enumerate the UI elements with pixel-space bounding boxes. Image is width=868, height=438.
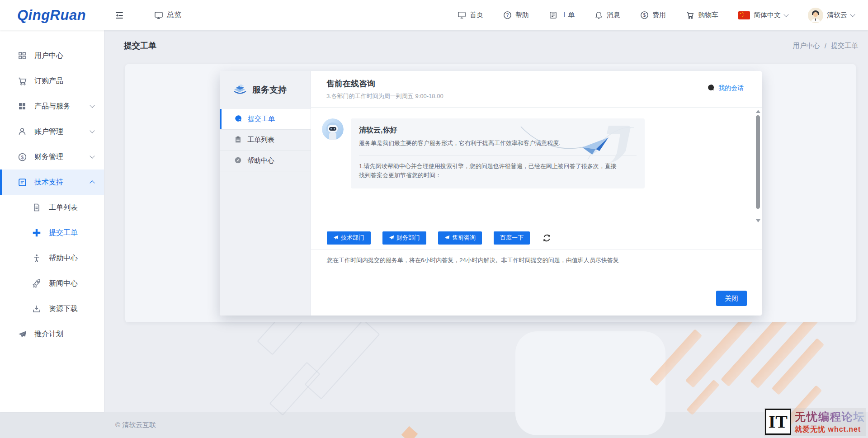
nav-messages[interactable]: 消息 xyxy=(594,11,620,19)
scroll-down-arrow-icon[interactable] xyxy=(756,219,760,222)
sla-note: 您在工作时间内提交的服务单，将在6小时内答复，24小时内解决。非工作时间提交的问… xyxy=(311,250,762,264)
paper-plane-icon xyxy=(17,329,27,339)
sidebar-item-referral-plan[interactable]: 推介计划 xyxy=(0,321,104,347)
scrollbar-thumb[interactable] xyxy=(756,115,760,209)
monitor-icon xyxy=(154,11,163,20)
dollar-circle-icon: $ xyxy=(17,152,27,162)
dialog-tab-submit-ticket[interactable]: 提交工单 xyxy=(220,109,311,130)
dialog-title: 售前在线咨询 xyxy=(326,78,745,89)
grid-filled-icon xyxy=(17,101,27,111)
sidebar-item-tech-support[interactable]: 技术支持 xyxy=(0,170,104,195)
dialog-subtitle: 3.各部门的工作时间为周一到周五 9:00-18.00 xyxy=(326,92,745,100)
navbar-right: 首页 ? 帮助 工单 消息 $ 费用 xyxy=(458,8,854,23)
top-navbar: QingRuan 总览 首页 ? 帮助 xyxy=(0,0,868,30)
nav-home[interactable]: 首页 xyxy=(458,11,483,19)
chevron-down-icon xyxy=(783,12,788,17)
bot-message: 清软云,你好 服务单是我们最主要的客户服务形式，它有利于提高工作效率和客户满意程… xyxy=(322,118,645,188)
sidebar-subitem-news-center[interactable]: 新闻中心 xyxy=(0,271,104,296)
cart-icon xyxy=(686,11,694,19)
app-root: QingRuan 总览 首页 ? 帮助 xyxy=(0,0,868,438)
sidebar-item-label: 帮助中心 xyxy=(49,254,94,263)
refresh-icon[interactable] xyxy=(542,234,551,242)
dialog-panel-header: 服务支持 xyxy=(220,71,311,109)
tech-dept-button[interactable]: 技术部门 xyxy=(327,231,371,245)
chat-scroll-area[interactable]: 清软云,你好 服务单是我们最主要的客户服务形式，它有利于提高工作效率和客户满意程… xyxy=(311,108,762,226)
watermark-it-badge: IT xyxy=(765,409,791,435)
my-sessions-link[interactable]: 我的会话 xyxy=(707,84,744,93)
dialog-tab-ticket-list[interactable]: 工单列表 xyxy=(220,130,311,151)
my-sessions-label: 我的会话 xyxy=(718,84,744,92)
dialog-main: 售前在线咨询 3.各部门的工作时间为周一到周五 9:00-18.00 我的会话 xyxy=(311,71,762,316)
dialog-side-panel: 服务支持 提交工单 工单列表 xyxy=(220,71,311,316)
nav-ticket[interactable]: 工单 xyxy=(549,11,575,19)
nav-overview[interactable]: 总览 xyxy=(154,10,181,20)
monitor-icon xyxy=(458,11,466,19)
sidebar-item-finance-mgmt[interactable]: $ 财务管理 xyxy=(0,144,104,170)
nav-messages-label: 消息 xyxy=(607,11,620,19)
ticket-icon xyxy=(549,11,557,19)
sidebar-item-label: 账户管理 xyxy=(34,127,90,137)
sidebar-subitem-resource-download[interactable]: 资源下载 xyxy=(0,296,104,321)
china-flag-icon xyxy=(738,11,750,19)
page-title: 提交工单 xyxy=(124,40,156,51)
nav-overview-label: 总览 xyxy=(167,10,181,20)
sidebar-item-label: 工单列表 xyxy=(49,203,94,212)
dialog-tab-label: 工单列表 xyxy=(247,136,274,144)
sidebar-subitem-help-center[interactable]: 帮助中心 xyxy=(0,245,104,271)
decor-gray-shape xyxy=(269,362,321,416)
paper-plane-icon xyxy=(389,235,394,240)
service-support-dialog: 服务支持 提交工单 工单列表 xyxy=(220,71,762,316)
sidebar-item-label: 财务管理 xyxy=(34,152,90,162)
close-button[interactable]: 关闭 xyxy=(716,291,747,306)
svg-text:$: $ xyxy=(21,154,24,160)
watermark-url: 就爱无忧 whct.net xyxy=(795,425,865,434)
username-label: 清软云 xyxy=(827,11,847,19)
chevron-down-icon xyxy=(850,12,855,17)
sidebar-item-label: 产品与服务 xyxy=(34,102,90,111)
sidebar-item-user-center[interactable]: 用户中心 xyxy=(0,43,104,68)
breadcrumb-user-center[interactable]: 用户中心 xyxy=(793,42,820,50)
plus-icon xyxy=(32,228,42,238)
message-card: 清软云,你好 服务单是我们最主要的客户服务形式，它有利于提高工作效率和客户满意程… xyxy=(351,118,645,188)
nav-cart-label: 购物车 xyxy=(698,11,718,19)
baidu-search-button[interactable]: 百度一下 xyxy=(494,231,530,245)
brand-logo[interactable]: QingRuan xyxy=(17,7,96,24)
dialog-tab-help-center[interactable]: 帮助中心 xyxy=(220,151,311,171)
copyright-text: © 清软云互联 xyxy=(115,421,156,429)
user-icon xyxy=(17,127,27,137)
dialog-header: 售前在线咨询 3.各部门的工作时间为周一到周五 9:00-18.00 我的会话 xyxy=(311,71,762,108)
quick-action-buttons: 技术部门 财务部门 售前咨询 百度一下 xyxy=(311,226,762,250)
chat-scrollbar[interactable] xyxy=(755,108,761,226)
presale-consult-button[interactable]: 售前咨询 xyxy=(438,231,482,245)
breadcrumb: 用户中心 / 提交工单 xyxy=(793,42,858,50)
scroll-up-arrow-icon[interactable] xyxy=(756,110,760,113)
nav-billing[interactable]: $ 费用 xyxy=(640,11,666,19)
service-support-icon xyxy=(232,82,248,98)
bell-icon xyxy=(594,11,603,19)
question-circle-icon: ? xyxy=(503,11,512,19)
sidebar-item-account-mgmt[interactable]: 账户管理 xyxy=(0,119,104,144)
user-menu[interactable]: 清软云 xyxy=(808,8,854,23)
nav-help-label: 帮助 xyxy=(515,11,529,19)
sidebar-subitem-ticket-list[interactable]: 工单列表 xyxy=(0,195,104,220)
chevron-down-icon xyxy=(90,103,94,108)
chevron-down-icon xyxy=(90,153,94,158)
page-header: 提交工单 用户中心 / 提交工单 xyxy=(104,30,868,61)
sidebar-item-label: 推介计划 xyxy=(34,330,94,339)
person-icon xyxy=(32,253,42,263)
sidebar-item-label: 订购产品 xyxy=(34,76,94,86)
finance-dept-button[interactable]: 财务部门 xyxy=(382,231,426,245)
language-selector[interactable]: 简体中文 xyxy=(738,11,788,19)
sidebar-subitem-submit-ticket[interactable]: 提交工单 xyxy=(0,220,104,245)
download-icon xyxy=(32,304,42,314)
nav-help[interactable]: ? 帮助 xyxy=(503,11,529,19)
sidebar-collapse-icon[interactable] xyxy=(114,10,124,20)
sidebar-item-order-products[interactable]: 订购产品 xyxy=(0,68,104,94)
sidebar-item-label: 资源下载 xyxy=(49,304,94,314)
dialog-panel-title: 服务支持 xyxy=(252,84,287,96)
nav-home-label: 首页 xyxy=(470,11,483,19)
sidebar-item-products-services[interactable]: 产品与服务 xyxy=(0,94,104,119)
nav-cart[interactable]: 购物车 xyxy=(686,11,718,19)
chat-bubble-icon xyxy=(234,114,242,124)
sidebar: 用户中心 订购产品 产品与服务 账户管理 xyxy=(0,30,104,412)
